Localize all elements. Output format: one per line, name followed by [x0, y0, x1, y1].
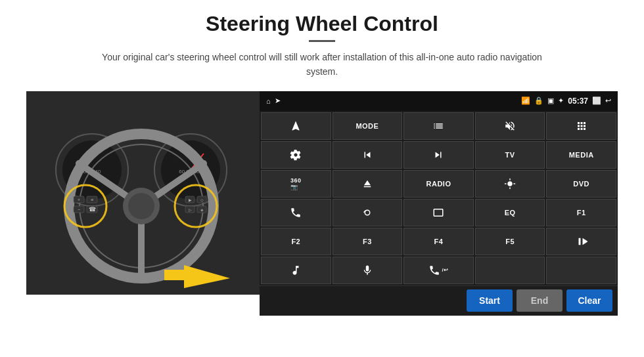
prev-button[interactable]: [333, 141, 403, 169]
mic-button[interactable]: [333, 257, 403, 284]
music-button[interactable]: [261, 257, 331, 284]
radio-panel: ⌂ ➤ 📶 🔒 ▣ ✦ 05:37 ⬜ ↩ M: [260, 91, 618, 316]
eq-button[interactable]: EQ: [475, 199, 545, 226]
bt-icon: ✦: [558, 96, 564, 105]
sim-icon: ▣: [547, 96, 554, 105]
status-left: ⌂ ➤: [266, 96, 281, 105]
cam360-button[interactable]: 360📷: [261, 170, 331, 198]
window-button[interactable]: [403, 199, 474, 226]
f2-button[interactable]: F2: [261, 228, 331, 255]
status-time: 05:37: [568, 96, 588, 106]
list-button[interactable]: [403, 112, 474, 140]
svg-point-14: [128, 193, 154, 219]
svg-text:◈: ◈: [200, 208, 204, 212]
lock-icon: 🔒: [534, 96, 543, 105]
swipe-button[interactable]: [333, 199, 403, 226]
empty-btn-2: [546, 257, 616, 284]
settings-button[interactable]: [261, 141, 331, 169]
svg-text:≡: ≡: [91, 198, 93, 202]
mode-button[interactable]: MODE: [333, 112, 403, 140]
svg-text:☎: ☎: [89, 206, 96, 213]
steering-wheel-image: 0 20 40 60 80 100: [26, 91, 260, 295]
f1-button[interactable]: F1: [546, 199, 616, 226]
status-right: 📶 🔒 ▣ ✦ 05:37 ⬜ ↩: [521, 96, 611, 106]
svg-text:◇: ◇: [200, 198, 204, 202]
start-button[interactable]: Start: [467, 289, 513, 312]
svg-text:+: +: [78, 198, 80, 202]
brightness-button[interactable]: [475, 170, 545, 198]
page-container: Steering Wheel Control Your original car…: [0, 0, 644, 357]
clear-button[interactable]: Clear: [566, 289, 612, 312]
f3-button[interactable]: F3: [333, 228, 403, 255]
f5-button[interactable]: F5: [475, 228, 545, 255]
title-underline: [309, 40, 335, 42]
cast-icon: ⬜: [592, 96, 601, 105]
empty-btn-1: [475, 257, 545, 284]
page-subtitle: Your original car's steering wheel contr…: [92, 50, 552, 79]
end-button[interactable]: End: [517, 289, 563, 312]
tv-button[interactable]: TV: [475, 141, 545, 169]
next-button[interactable]: [403, 141, 474, 169]
back-icon: ↩: [605, 96, 611, 105]
button-grid: MODE TV: [260, 111, 618, 285]
phone-button[interactable]: [261, 199, 331, 226]
media-button[interactable]: MEDIA: [546, 141, 616, 169]
callend-button[interactable]: /↩: [403, 257, 474, 284]
page-title: Steering Wheel Control: [206, 12, 438, 36]
svg-text:▷: ▷: [189, 208, 192, 212]
svg-rect-34: [164, 270, 200, 280]
content-area: 0 20 40 60 80 100: [26, 91, 618, 316]
home-icon: ⌂: [266, 97, 271, 105]
radio-button[interactable]: RADIO: [403, 170, 474, 198]
bottom-bar: Start End Clear: [260, 285, 618, 316]
dvd-button[interactable]: DVD: [546, 170, 616, 198]
apps-button[interactable]: [546, 112, 616, 140]
wifi-icon: 📶: [521, 96, 530, 105]
playpause-button[interactable]: [546, 228, 616, 255]
eject-button[interactable]: [333, 170, 403, 198]
nav-button[interactable]: [261, 112, 331, 140]
mute-button[interactable]: [475, 112, 545, 140]
nav-icon: ➤: [275, 96, 281, 105]
status-bar: ⌂ ➤ 📶 🔒 ▣ ✦ 05:37 ⬜ ↩: [260, 91, 618, 111]
svg-text:−: −: [78, 207, 80, 212]
f4-button[interactable]: F4: [403, 228, 474, 255]
svg-text:▶: ▶: [189, 198, 192, 202]
